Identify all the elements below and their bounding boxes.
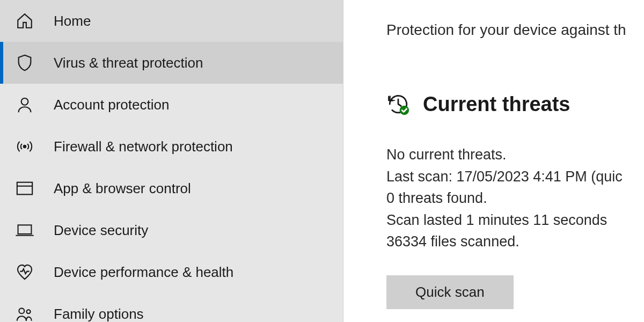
sidebar-item-label: Account protection [54, 97, 169, 113]
person-icon [14, 96, 35, 114]
sidebar-item-label: Device performance & health [54, 264, 233, 281]
quick-scan-button[interactable]: Quick scan [386, 275, 514, 309]
sidebar-item-app-browser[interactable]: App & browser control [0, 167, 343, 209]
status-no-threats: No current threats. [386, 144, 644, 166]
svg-point-7 [27, 310, 31, 313]
laptop-icon [14, 223, 35, 238]
sidebar-item-performance[interactable]: Device performance & health [0, 251, 343, 293]
sidebar-item-label: Firewall & network protection [54, 138, 233, 155]
heart-pulse-icon [14, 264, 35, 281]
sidebar-item-label: Virus & threat protection [54, 55, 203, 71]
sidebar-item-account[interactable]: Account protection [0, 84, 343, 126]
svg-point-0 [21, 98, 28, 105]
svg-rect-2 [17, 182, 32, 195]
section-title: Current threats [423, 93, 570, 116]
status-last-scan: Last scan: 17/05/2023 4:41 PM (quic [386, 166, 644, 188]
svg-point-6 [19, 308, 24, 313]
sidebar-item-label: Home [54, 13, 91, 30]
sidebar-item-family[interactable]: Family options [0, 293, 343, 322]
status-threats-found: 0 threats found. [386, 187, 644, 209]
sidebar-item-label: App & browser control [54, 180, 191, 197]
broadcast-icon [14, 137, 35, 156]
sidebar-item-label: Device security [54, 222, 148, 239]
shield-icon [14, 54, 35, 72]
sidebar: Home Virus & threat protection Account p… [0, 0, 343, 322]
svg-rect-4 [18, 225, 32, 234]
sidebar-item-home[interactable]: Home [0, 0, 343, 42]
svg-point-1 [24, 145, 26, 148]
sidebar-item-virus-threat[interactable]: Virus & threat protection [0, 42, 343, 84]
window-icon [14, 180, 35, 196]
sidebar-item-device-security[interactable]: Device security [0, 209, 343, 251]
section-header: Current threats [386, 92, 644, 116]
sidebar-item-label: Family options [54, 306, 144, 323]
page-subtitle: Protection for your device against th [386, 21, 644, 39]
status-files-scanned: 36334 files scanned. [386, 231, 644, 253]
sidebar-item-firewall[interactable]: Firewall & network protection [0, 126, 343, 167]
status-duration: Scan lasted 1 minutes 11 seconds [386, 209, 644, 231]
status-text: No current threats. Last scan: 17/05/202… [386, 144, 644, 253]
history-check-icon [386, 92, 410, 116]
home-icon [14, 12, 35, 30]
main-content: Protection for your device against th Cu… [343, 0, 644, 322]
people-icon [14, 305, 35, 322]
